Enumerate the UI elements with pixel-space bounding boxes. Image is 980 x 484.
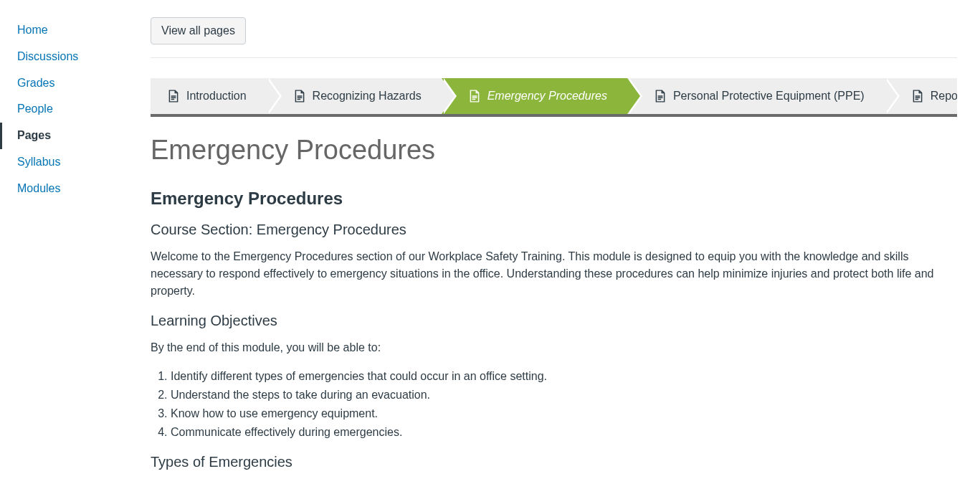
sidebar-nav: Home Discussions Grades People Pages Syl… — [0, 0, 138, 484]
intro-paragraph: Welcome to the Emergency Procedures sect… — [151, 248, 957, 300]
sidebar-item-syllabus[interactable]: Syllabus — [0, 149, 138, 176]
sidebar-item-people[interactable]: People — [0, 96, 138, 123]
crumb-label: Reporting Incidents — [931, 90, 957, 103]
sidebar-item-pages[interactable]: Pages — [0, 123, 138, 149]
page-title: Emergency Procedures — [151, 134, 957, 167]
sidebar-item-grades[interactable]: Grades — [0, 70, 138, 97]
sidebar-item-modules[interactable]: Modules — [0, 176, 138, 202]
section-subheading: Course Section: Emergency Procedures — [151, 222, 957, 238]
document-icon — [469, 90, 480, 103]
module-breadcrumb: Introduction Recognizing Hazards Emergen… — [151, 78, 957, 117]
objectives-list: Identify different types of emergencies … — [151, 368, 957, 441]
document-icon — [912, 90, 923, 103]
crumb-introduction[interactable]: Introduction — [151, 78, 267, 114]
list-item: Identify different types of emergencies … — [171, 368, 957, 385]
list-item: Understand the steps to take during an e… — [171, 386, 957, 404]
document-icon — [168, 90, 179, 103]
types-intro: Offices can face several types of emerge… — [151, 480, 957, 484]
sidebar-item-discussions[interactable]: Discussions — [0, 44, 138, 70]
crumb-recognizing-hazards[interactable]: Recognizing Hazards — [267, 78, 442, 114]
main-content: View all pages Introduction Recognizing … — [138, 0, 980, 484]
content-heading: Emergency Procedures — [151, 189, 957, 209]
document-icon — [655, 90, 666, 103]
crumb-label: Recognizing Hazards — [313, 90, 422, 103]
crumb-label: Emergency Procedures — [487, 90, 607, 103]
crumb-emergency-procedures[interactable]: Emergency Procedures — [442, 78, 627, 114]
page-content: Emergency Procedures Course Section: Eme… — [151, 189, 957, 484]
objectives-heading: Learning Objectives — [151, 313, 957, 329]
view-all-pages-button[interactable]: View all pages — [151, 17, 246, 44]
types-heading: Types of Emergencies — [151, 454, 957, 470]
sidebar-list: Home Discussions Grades People Pages Syl… — [0, 17, 138, 202]
objectives-intro: By the end of this module, you will be a… — [151, 339, 957, 356]
list-item: Know how to use emergency equipment. — [171, 405, 957, 422]
divider — [151, 57, 957, 58]
sidebar-item-home[interactable]: Home — [0, 17, 138, 44]
crumb-label: Personal Protective Equipment (PPE) — [673, 90, 865, 103]
crumb-ppe[interactable]: Personal Protective Equipment (PPE) — [627, 78, 885, 114]
document-icon — [294, 90, 305, 103]
list-item: Communicate effectively during emergenci… — [171, 424, 957, 441]
crumb-label: Introduction — [186, 90, 247, 103]
